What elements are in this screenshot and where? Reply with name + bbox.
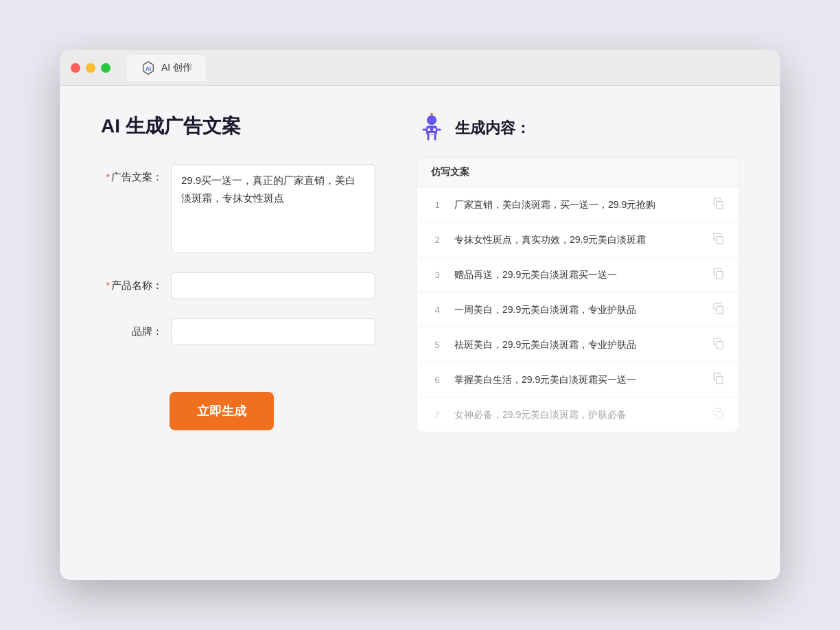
- browser-tab[interactable]: AI AI 创作: [127, 55, 206, 81]
- tab-label: AI 创作: [161, 62, 192, 74]
- product-name-label: *产品名称：: [101, 272, 163, 292]
- brand-group: 品牌： 好白: [101, 318, 375, 345]
- result-text: 赠品再送，29.9元美白淡斑霜买一送一: [454, 268, 701, 282]
- maximize-button[interactable]: [101, 63, 110, 73]
- ai-tab-icon: AI: [141, 60, 156, 75]
- titlebar: AI AI 创作: [60, 50, 780, 86]
- result-text: 祛斑美白，29.9元美白淡斑霜，专业护肤品: [454, 338, 701, 352]
- result-text: 一周美白，29.9元美白淡斑霜，专业护肤品: [454, 303, 701, 317]
- right-header: 生成内容：: [417, 113, 739, 143]
- result-number: 7: [431, 410, 443, 420]
- svg-rect-13: [716, 201, 723, 209]
- result-row: 5祛斑美白，29.9元美白淡斑霜，专业护肤品: [417, 327, 738, 362]
- copy-icon[interactable]: [712, 407, 725, 422]
- generate-button[interactable]: 立即生成: [170, 392, 274, 430]
- result-number: 2: [431, 235, 443, 245]
- traffic-lights: [71, 63, 110, 73]
- brand-label: 品牌：: [101, 318, 163, 338]
- svg-rect-6: [429, 133, 434, 135]
- results-table: 仿写文案 1厂家直销，美白淡斑霜，买一送一，29.9元抢购2专抹女性斑点，真实功…: [417, 157, 739, 432]
- result-row: 6掌握美白生活，29.9元美白淡斑霜买一送一: [417, 362, 738, 397]
- result-row: 1厂家直销，美白淡斑霜，买一送一，29.9元抢购: [417, 187, 738, 222]
- result-text: 女神必备，29.9元美白淡斑霜，护肤必备: [454, 408, 701, 422]
- copy-icon[interactable]: [712, 372, 725, 387]
- results-list: 1厂家直销，美白淡斑霜，买一送一，29.9元抢购2专抹女性斑点，真实功效，29.…: [417, 187, 738, 432]
- svg-rect-17: [716, 341, 723, 349]
- copy-icon[interactable]: [712, 337, 725, 352]
- svg-point-8: [430, 113, 433, 115]
- copy-icon[interactable]: [712, 197, 725, 212]
- result-row: 3赠品再送，29.9元美白淡斑霜买一送一: [417, 257, 738, 292]
- svg-point-5: [433, 128, 436, 131]
- result-number: 3: [431, 270, 443, 280]
- required-mark-1: *: [106, 171, 110, 183]
- result-row: 7女神必备，29.9元美白淡斑霜，护肤必备: [417, 397, 738, 432]
- svg-point-4: [428, 128, 430, 131]
- result-number: 4: [431, 305, 443, 315]
- ad-copy-input[interactable]: 29.9买一送一，真正的厂家直销，美白淡斑霜，专抹女性斑点: [171, 164, 375, 253]
- page-title: AI 生成广告文案: [101, 113, 375, 139]
- main-content: AI 生成广告文案 *广告文案： 29.9买一送一，真正的厂家直销，美白淡斑霜，…: [60, 86, 780, 580]
- minimize-button[interactable]: [86, 63, 95, 73]
- right-title: 生成内容：: [455, 118, 530, 139]
- result-row: 2专抹女性斑点，真实功效，29.9元美白淡斑霜: [417, 222, 738, 257]
- copy-icon[interactable]: [712, 267, 725, 282]
- result-number: 5: [431, 340, 443, 350]
- result-number: 1: [431, 200, 443, 210]
- product-name-group: *产品名称： 美白淡斑霜: [101, 272, 375, 299]
- svg-rect-16: [716, 306, 723, 314]
- result-number: 6: [431, 375, 443, 385]
- brand-input[interactable]: 好白: [171, 318, 375, 345]
- copy-icon[interactable]: [712, 302, 725, 317]
- results-header: 仿写文案: [417, 158, 738, 187]
- result-text: 厂家直销，美白淡斑霜，买一送一，29.9元抢购: [454, 198, 701, 212]
- product-name-input[interactable]: 美白淡斑霜: [171, 272, 375, 299]
- left-panel: AI 生成广告文案 *广告文案： 29.9买一送一，真正的厂家直销，美白淡斑霜，…: [101, 113, 375, 552]
- ad-copy-label: *广告文案：: [101, 164, 163, 184]
- result-row: 4一周美白，29.9元美白淡斑霜，专业护肤品: [417, 292, 738, 327]
- right-panel: 生成内容： 仿写文案 1厂家直销，美白淡斑霜，买一送一，29.9元抢购2专抹女性…: [417, 113, 739, 552]
- svg-rect-19: [716, 411, 723, 419]
- svg-point-2: [427, 115, 436, 125]
- svg-rect-18: [716, 376, 723, 384]
- close-button[interactable]: [71, 63, 80, 73]
- svg-rect-14: [716, 236, 723, 244]
- copy-icon[interactable]: [712, 232, 725, 247]
- required-mark-2: *: [106, 279, 110, 291]
- ad-copy-group: *广告文案： 29.9买一送一，真正的厂家直销，美白淡斑霜，专抹女性斑点: [101, 164, 375, 253]
- robot-icon: [417, 113, 447, 143]
- result-text: 掌握美白生活，29.9元美白淡斑霜买一送一: [454, 373, 701, 387]
- svg-rect-15: [716, 271, 723, 279]
- result-text: 专抹女性斑点，真实功效，29.9元美白淡斑霜: [454, 233, 701, 247]
- browser-window: AI AI 创作 AI 生成广告文案 *广告文案： 29.9买一送一，真正的厂家…: [60, 50, 780, 580]
- svg-text:AI: AI: [145, 65, 151, 71]
